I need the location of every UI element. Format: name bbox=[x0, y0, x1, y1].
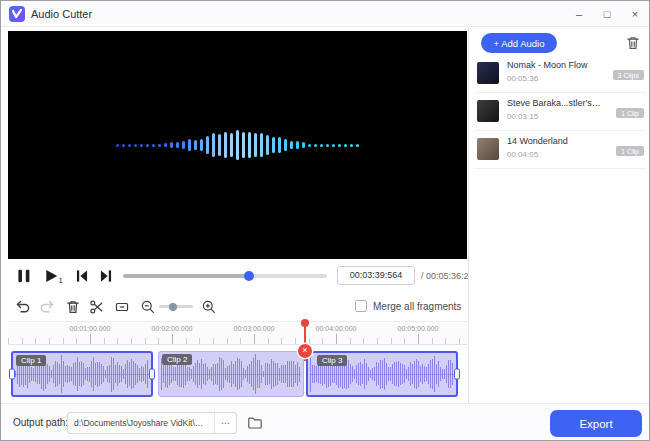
add-audio-button[interactable]: + Add Audio bbox=[481, 33, 557, 53]
audio-list-panel: + Add Audio Nomak - Moon Flow 00:05:36 3… bbox=[468, 27, 650, 403]
window-controls: – □ × bbox=[565, 1, 649, 27]
app-logo-icon bbox=[9, 6, 25, 22]
audio-cutter-window: Audio Cutter – □ × 1 00:03:39:564 / 00:0… bbox=[0, 0, 650, 441]
clip-label: Clip 2 bbox=[162, 354, 192, 365]
preview-area bbox=[8, 31, 467, 259]
ruler-tick-label: 00:01:00.000 bbox=[70, 325, 111, 332]
output-path-label: Output path: bbox=[13, 417, 68, 428]
split-point-close-icon[interactable]: × bbox=[298, 344, 312, 358]
output-path-field[interactable]: d:\Documents\Joyoshare VidKit\Audio ... bbox=[67, 412, 237, 434]
maximize-button[interactable]: □ bbox=[593, 1, 621, 27]
clip-count-badge: 1 Clip bbox=[616, 146, 644, 156]
open-folder-icon[interactable] bbox=[247, 415, 263, 431]
audio-title: Steve Baraka...stler's Song bbox=[507, 98, 603, 108]
audio-thumbnail bbox=[477, 62, 499, 84]
ruler-major-tick bbox=[254, 334, 255, 344]
seek-progress bbox=[123, 274, 249, 278]
export-button[interactable]: Export bbox=[550, 410, 642, 437]
ruler-major-tick bbox=[90, 334, 91, 344]
minimize-button[interactable]: – bbox=[565, 1, 593, 27]
timeline-clip-3[interactable]: Clip 3 bbox=[306, 351, 458, 397]
audio-visualizer bbox=[8, 31, 467, 259]
clip-label: Clip 1 bbox=[16, 355, 46, 366]
clip-label: Clip 3 bbox=[317, 355, 347, 366]
audio-list-item[interactable]: Nomak - Moon Flow 00:05:36 3 Clips bbox=[475, 55, 646, 93]
seek-thumb[interactable] bbox=[244, 271, 254, 281]
ruler-major-tick bbox=[336, 334, 337, 344]
titlebar: Audio Cutter – □ × bbox=[1, 1, 650, 27]
trim-segment-icon[interactable] bbox=[114, 299, 130, 315]
ruler-major-tick bbox=[418, 334, 419, 344]
ruler-tick-label: 00:04:00.000 bbox=[316, 325, 357, 332]
merge-all-checkbox[interactable] bbox=[355, 300, 367, 312]
audio-thumbnail bbox=[477, 138, 499, 160]
output-path-value: d:\Documents\Joyoshare VidKit\Audio bbox=[74, 413, 208, 433]
step-backward-icon[interactable] bbox=[73, 267, 91, 285]
undo-icon[interactable] bbox=[15, 299, 31, 315]
close-button[interactable]: × bbox=[621, 1, 649, 27]
audio-duration: 00:04:05 bbox=[507, 150, 538, 159]
bottom-bar: Output path: d:\Documents\Joyoshare VidK… bbox=[1, 403, 650, 441]
browse-button[interactable]: ... bbox=[214, 413, 236, 433]
ruler-tick-label: 00:05:00.000 bbox=[398, 325, 439, 332]
ruler-tick-label: 00:02:00.000 bbox=[152, 325, 193, 332]
svg-text:1: 1 bbox=[58, 276, 62, 285]
ruler-major-tick bbox=[172, 334, 173, 344]
audio-title: Nomak - Moon Flow bbox=[507, 60, 603, 70]
clip-count-badge: 1 Clip bbox=[616, 108, 644, 118]
cut-scissors-icon[interactable] bbox=[89, 299, 105, 315]
current-time-display: 00:03:39:564 bbox=[337, 266, 415, 285]
timeline-clip-1[interactable]: Clip 1 bbox=[11, 351, 153, 397]
clip-right-handle[interactable] bbox=[149, 369, 155, 380]
audio-duration: 00:03:15 bbox=[507, 112, 538, 121]
delete-clip-icon[interactable] bbox=[65, 299, 81, 315]
audio-thumbnail bbox=[477, 100, 499, 122]
playhead-marker[interactable] bbox=[301, 319, 309, 327]
pause-button[interactable] bbox=[15, 267, 33, 285]
seek-slider[interactable] bbox=[123, 274, 327, 278]
timeline-clip-2[interactable]: Clip 2 bbox=[158, 351, 304, 397]
step-forward-icon[interactable] bbox=[97, 267, 115, 285]
audio-duration: 00:05:36 bbox=[507, 74, 538, 83]
ruler-tick-label: 00:03:00.000 bbox=[234, 325, 275, 332]
redo-icon[interactable] bbox=[39, 299, 55, 315]
clip-left-handle[interactable] bbox=[9, 369, 15, 380]
play-speed-button[interactable]: 1 bbox=[43, 267, 65, 285]
audio-list-item[interactable]: 14 Wonderland 00:04:05 1 Clip bbox=[475, 131, 646, 169]
zoom-slider-thumb[interactable] bbox=[169, 303, 177, 311]
merge-all-label: Merge all fragments bbox=[373, 301, 461, 312]
zoom-out-icon[interactable] bbox=[140, 299, 156, 315]
audio-list-item[interactable]: Steve Baraka...stler's Song 00:03:15 1 C… bbox=[475, 93, 646, 131]
zoom-in-icon[interactable] bbox=[201, 299, 217, 315]
clear-list-trash-icon[interactable] bbox=[625, 35, 641, 51]
timeline-ruler[interactable]: 00:01:00.000 00:02:00.000 00:03:00.000 0… bbox=[8, 321, 467, 345]
clip-right-handle[interactable] bbox=[454, 369, 460, 380]
audio-title: 14 Wonderland bbox=[507, 136, 603, 146]
clip-count-badge: 3 Clips bbox=[613, 70, 644, 80]
window-title: Audio Cutter bbox=[31, 8, 92, 20]
ruler-minor-ticks bbox=[8, 338, 467, 344]
zoom-slider[interactable] bbox=[159, 305, 193, 308]
